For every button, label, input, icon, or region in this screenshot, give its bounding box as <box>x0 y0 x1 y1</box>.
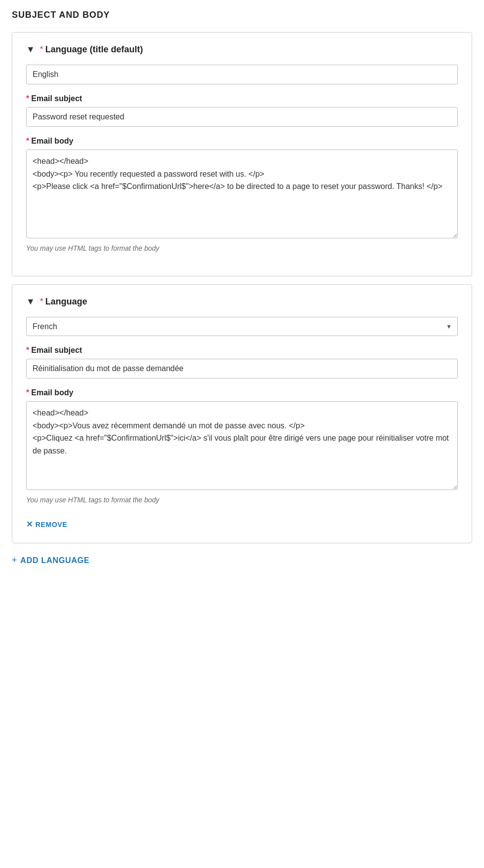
required-star-subject-en: * <box>26 94 29 103</box>
email-body-label-french: * Email body <box>26 388 458 397</box>
email-body-text-fr: Email body <box>31 388 73 397</box>
add-language-label: ADD LANGUAGE <box>20 556 89 565</box>
email-body-textarea-french[interactable] <box>26 401 458 490</box>
email-subject-label-french: * Email subject <box>26 346 458 355</box>
section-english-header: ▼ * Language (title default) <box>26 44 458 55</box>
html-hint-french: You may use HTML tags to format the body <box>26 496 458 504</box>
language-field-group-english <box>26 65 458 84</box>
add-icon: + <box>12 555 17 566</box>
chevron-down-icon-french[interactable]: ▼ <box>26 297 35 307</box>
email-subject-label-english: * Email subject <box>26 94 458 103</box>
required-star-body-fr: * <box>26 388 29 397</box>
email-body-textarea-english[interactable] <box>26 150 458 238</box>
section-french: ▼ * Language English French Spanish Germ… <box>12 284 472 543</box>
section-french-header: ▼ * Language <box>26 297 458 307</box>
required-star-body-en: * <box>26 137 29 146</box>
required-star: * <box>40 44 43 55</box>
email-body-label-english: * Email body <box>26 137 458 146</box>
page-title: SUBJECT AND BODY <box>12 10 472 20</box>
email-subject-input-french[interactable] <box>26 359 458 378</box>
email-subject-input-english[interactable] <box>26 107 458 127</box>
remove-label: REMOVE <box>36 521 68 528</box>
language-field-group-french: English French Spanish German <box>26 317 458 336</box>
section-french-label: Language <box>45 297 87 307</box>
email-subject-group-french: * Email subject <box>26 346 458 378</box>
language-select-wrapper: English French Spanish German <box>26 317 458 336</box>
email-subject-text-fr: Email subject <box>31 346 82 355</box>
email-subject-text-en: Email subject <box>31 94 82 103</box>
html-hint-english: You may use HTML tags to format the body <box>26 244 458 252</box>
email-body-group-french: * Email body You may use HTML tags to fo… <box>26 388 458 504</box>
language-input-english <box>26 65 458 84</box>
chevron-down-icon[interactable]: ▼ <box>26 44 35 55</box>
required-star-subject-fr: * <box>26 346 29 355</box>
language-select-french[interactable]: English French Spanish German <box>26 317 458 336</box>
add-language-button[interactable]: + ADD LANGUAGE <box>12 555 90 566</box>
email-body-group-english: * Email body You may use HTML tags to fo… <box>26 137 458 252</box>
email-subject-group-english: * Email subject <box>26 94 458 127</box>
email-body-text-en: Email body <box>31 137 73 146</box>
remove-icon: ✕ <box>26 520 33 529</box>
remove-button[interactable]: ✕ REMOVE <box>26 520 68 529</box>
section-english: ▼ * Language (title default) * Email sub… <box>12 32 472 276</box>
section-english-label: Language (title default) <box>45 44 143 55</box>
required-star-french: * <box>40 297 43 307</box>
